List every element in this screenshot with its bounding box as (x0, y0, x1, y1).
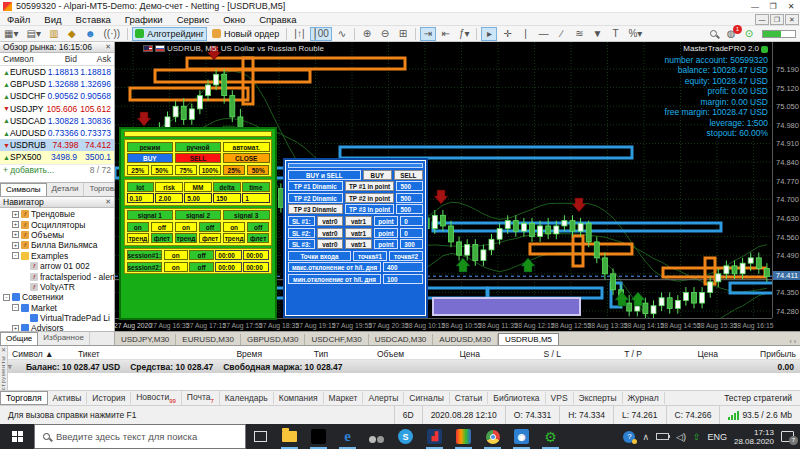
menu-item-Окно[interactable]: Окно (216, 14, 252, 25)
ea-flat-button[interactable]: флет (151, 233, 174, 243)
sl-vatr0-button[interactable]: vatr0 (317, 216, 344, 226)
toolbox-tab-Алерты[interactable]: Алерты (363, 392, 404, 404)
toolbox-close-icon[interactable]: ✕ (0, 346, 7, 353)
toolbox-tab-Журнал[interactable]: Журнал (623, 392, 665, 404)
market-watch-tab-Символы[interactable]: Символы (0, 183, 47, 196)
entry-point-2-button[interactable]: точка#2 (389, 251, 423, 261)
trade-column-header[interactable]: Прибыль (722, 349, 800, 359)
chart-tab-USDCAD,M30[interactable]: USDCAD,M30 (369, 334, 434, 345)
trade-column-header[interactable]: Цена (646, 349, 722, 359)
ea-mode-режим[interactable]: режим (127, 142, 174, 152)
upload-tray-icon[interactable]: ⇧ (693, 432, 701, 442)
market-watch-row[interactable]: ▼USDJPY105.606105.612 (0, 103, 114, 115)
toolbox-tab-Почта[interactable]: Почта7 (182, 391, 220, 405)
zoom-out-button[interactable]: ⊖ (377, 27, 393, 41)
password-app-icon[interactable]: ◉ (507, 424, 536, 449)
ea-signal-on-button[interactable]: on (175, 222, 198, 232)
toolbox-tab-Активы[interactable]: Активы (48, 392, 88, 404)
line-chart-button[interactable]: ∿ (334, 27, 350, 41)
market-watch-tab-Детали[interactable]: Детали (47, 183, 85, 196)
maximize-button[interactable]: ❐ (764, 2, 782, 11)
toolbox-tab-Новости[interactable]: Новости99 (131, 391, 182, 405)
trade-column-header[interactable]: Цена (408, 349, 484, 359)
ea-session-off-button[interactable]: off (189, 250, 213, 260)
tp-in-point-button[interactable]: TP #2 in point (345, 193, 395, 203)
entry-points-button[interactable]: Точки входа (288, 251, 351, 261)
deviation-value[interactable]: 400 (383, 262, 423, 272)
tp-value[interactable]: 500 (396, 193, 423, 203)
market-watch-add-row[interactable]: + добавить... 8 / 72 (0, 164, 114, 175)
taskbar-search-input[interactable]: Введите здесь текст для поиска (34, 424, 246, 449)
action-center-icon[interactable]: 7 (781, 431, 794, 442)
ea-action-SELL[interactable]: SELL (175, 153, 222, 163)
market-watch-row[interactable]: ▲GBPUSD1.326881.32696 (0, 78, 114, 90)
navigator-close-icon[interactable]: ✕ (105, 198, 111, 206)
buy-button[interactable]: BUY (363, 170, 392, 180)
tp-value[interactable]: 500 (396, 204, 423, 214)
sl-value[interactable]: 300 (400, 239, 423, 249)
ea-trend-button[interactable]: тренд (223, 233, 246, 243)
language-indicator[interactable]: ENG (707, 432, 727, 442)
ea-percent-25%[interactable]: 25% (127, 165, 150, 175)
cursor-tool[interactable]: ▸ (481, 27, 497, 41)
navigator-item[interactable]: +fОсцилляторы (0, 219, 114, 229)
ea-signal-2[interactable]: signal 2 (175, 210, 222, 220)
ea-param-delta[interactable]: delta (213, 182, 240, 192)
chart-tab-EURUSD,M30[interactable]: EURUSD,M30 (176, 334, 241, 345)
sl-point-label[interactable]: point (374, 216, 398, 226)
navigator-item[interactable]: +fОбъемы (0, 230, 114, 240)
ea-param-input[interactable]: 1 (242, 193, 269, 203)
expand-icon[interactable]: + (12, 242, 19, 249)
market-watch-row[interactable]: ▼USDRUB74.39874.412 (0, 139, 114, 151)
close-button[interactable]: ✕ (782, 2, 800, 11)
ea-trend-button[interactable]: тренд (175, 233, 198, 243)
sell-button[interactable]: SELL (394, 170, 423, 180)
mdi-close-button[interactable]: ✕ (785, 14, 799, 25)
ea-session-start-input[interactable]: 00:00 (215, 250, 241, 260)
tp-dynamic-button[interactable]: TP #2 Dinamic (288, 193, 343, 203)
tile-windows-button[interactable]: ⊞ (395, 27, 411, 41)
buy-and-sell-button[interactable]: BUY и SELL (288, 170, 361, 180)
notifications-icon[interactable]: ◍ 1 (723, 27, 739, 41)
navigator-item[interactable]: VirtualTradePad Li (0, 313, 114, 323)
ea-session-end-input[interactable]: 00:00 (243, 250, 269, 260)
sl-vatr1-button[interactable]: vatr1 (345, 228, 372, 238)
chart-tab-USDRUB,M5[interactable]: USDRUB,M5 (498, 333, 559, 345)
people-icon[interactable] (362, 424, 391, 449)
trade-column-header[interactable]: S / L (484, 349, 565, 359)
app-window-icon[interactable] (304, 424, 333, 449)
candles-chart-button[interactable]: ⎮00 (310, 27, 332, 41)
algo-trading-button[interactable]: Алготрейдинг (132, 27, 207, 41)
entry-point-1-button[interactable]: точка#1 (353, 251, 387, 261)
chart-tab-AUDUSD,M30[interactable]: AUDUSD,M30 (433, 334, 498, 345)
sl-vatr1-button[interactable]: vatr1 (345, 239, 372, 249)
tp-dynamic-button[interactable]: TP #3 Dinamic (288, 204, 343, 214)
navigator-item[interactable]: ffractalsperiod - alert (0, 271, 114, 281)
trade-column-header[interactable]: T / P (565, 349, 646, 359)
sl-vatr0-button[interactable]: vatr0 (317, 239, 344, 249)
auto-scroll-button[interactable]: ⇥ (420, 27, 436, 41)
toolbox-tab-История[interactable]: История (87, 392, 131, 404)
navigator-item[interactable]: -Market (0, 303, 114, 313)
chart-tab-USDCHF,M30[interactable]: USDCHF,M30 (305, 334, 368, 345)
sl-vatr1-button[interactable]: vatr1 (345, 216, 372, 226)
ea-param-input[interactable]: 150 (213, 193, 240, 203)
toolbox-tab-Компания[interactable]: Компания (274, 392, 324, 404)
market-watch-row[interactable]: ▲EURUSD1.188131.18818 (0, 66, 114, 78)
help-tray-icon[interactable]: ? (623, 431, 635, 443)
market-watch-close-icon[interactable]: ✕ (105, 43, 111, 51)
market-watch-row[interactable]: ▲USDCAD1.308281.30836 (0, 115, 114, 127)
chart-tab-GBPUSD,M30[interactable]: GBPUSD,M30 (241, 334, 306, 345)
toolbox-tab-Сигналы[interactable]: Сигналы (404, 392, 449, 404)
deviation-value[interactable]: 100 (383, 274, 423, 284)
navigator-item[interactable]: fVoltyATR (0, 282, 114, 292)
ea-percent-75%[interactable]: 75% (175, 165, 198, 175)
chrome-icon[interactable] (478, 424, 507, 449)
file-explorer-icon[interactable] (275, 424, 304, 449)
ea-param-lot[interactable]: lot (127, 182, 154, 192)
ea-trend-button[interactable]: тренд (127, 233, 150, 243)
ea-signal-on-button[interactable]: on (223, 222, 246, 232)
toolbox-tab-Календарь[interactable]: Календарь (220, 392, 274, 404)
sl-point-label[interactable]: point (374, 228, 398, 238)
indicators-button[interactable]: ƒ▾ (456, 27, 473, 41)
